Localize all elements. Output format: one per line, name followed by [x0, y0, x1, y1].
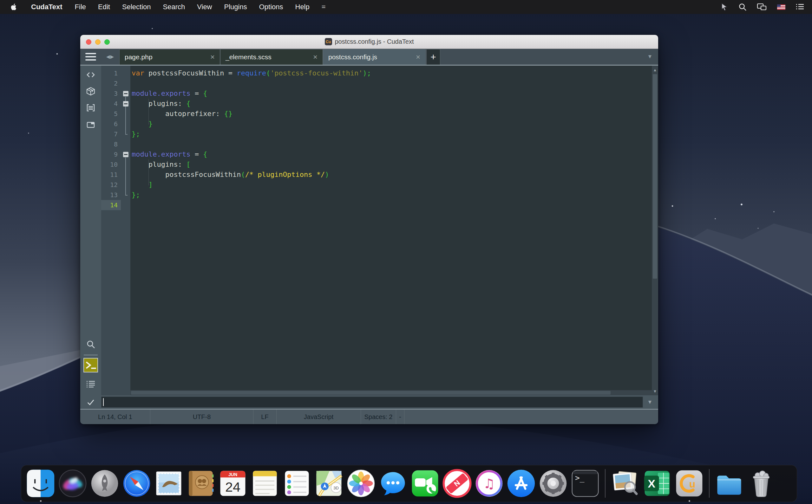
statusbar-line-endings[interactable]: LF	[253, 410, 276, 424]
new-tab-button[interactable]: +	[426, 49, 440, 65]
scroll-up-arrow-icon[interactable]: ▲	[652, 66, 658, 74]
fold-collapse-icon[interactable]	[123, 91, 128, 96]
menu-item-plugins[interactable]: Plugins	[218, 0, 253, 14]
pointer-icon[interactable]	[720, 3, 728, 11]
code-line-5[interactable]: 5 autoprefixer: {}	[101, 109, 652, 119]
apple-menu-icon[interactable]	[8, 3, 20, 11]
zoom-window-button[interactable]	[104, 39, 110, 45]
dock-icon-appstore[interactable]	[506, 468, 536, 498]
dock-icon-downloads[interactable]	[714, 468, 744, 498]
tab-label: postcss.config.js	[328, 53, 377, 61]
code-line-7[interactable]: 7};	[101, 129, 652, 139]
tab-close-icon[interactable]: ×	[313, 53, 317, 61]
statusbar-encoding[interactable]: UTF-8	[150, 410, 253, 424]
menu-item-edit[interactable]: Edit	[92, 0, 116, 14]
code-line-12[interactable]: 12 ]	[101, 180, 652, 190]
dock-icon-finder[interactable]	[26, 468, 55, 498]
console-history-dropdown-icon[interactable]: ▼	[643, 399, 657, 405]
dock-icon-itunes[interactable]: ♫	[474, 468, 504, 498]
code-line-2[interactable]: 2	[101, 78, 652, 88]
dock-icon-safari[interactable]	[122, 468, 152, 498]
vertical-scrollbar[interactable]: ▲ ▼	[652, 66, 658, 395]
fold-collapse-icon[interactable]	[123, 101, 128, 107]
code-line-13[interactable]: 13};	[101, 190, 652, 200]
fold-gutter[interactable]	[121, 152, 130, 157]
statusbar-lexer[interactable]: JavaScript	[276, 410, 361, 424]
list-menu-icon[interactable]	[796, 3, 804, 11]
code-line-8[interactable]: 8	[101, 139, 652, 149]
displays-icon[interactable]	[757, 3, 767, 11]
search-panel-icon[interactable]	[86, 339, 95, 349]
fold-gutter[interactable]	[121, 91, 130, 96]
code-line-1[interactable]: 1var postcssFocusWithin = require('postc…	[101, 68, 652, 78]
code-line-4[interactable]: 4 plugins: {	[101, 99, 652, 109]
dock-icon-launchpad[interactable]	[90, 468, 120, 498]
statusbar-extra[interactable]: -	[396, 410, 404, 424]
dock-icon-preview[interactable]	[610, 468, 640, 498]
dock-icon-terminal[interactable]: >_	[570, 468, 600, 498]
scroll-down-arrow-icon[interactable]: ▼	[652, 387, 658, 395]
svg-text:X: X	[648, 477, 655, 490]
fold-gutter[interactable]	[121, 101, 130, 107]
main-menu-hamburger-icon[interactable]	[80, 49, 101, 65]
menu-item-[interactable]: =	[315, 0, 332, 14]
tab-scroll-arrows-icon[interactable]: ◀▶	[101, 49, 119, 65]
snippets-list-icon[interactable]	[86, 103, 95, 113]
code-tree-icon[interactable]	[86, 70, 95, 80]
scrollbar-thumb[interactable]	[653, 74, 657, 279]
dock-icon-news[interactable]: N	[442, 468, 472, 498]
code-line-9[interactable]: 9module.exports = {	[101, 149, 652, 159]
dock-icon-mail[interactable]	[154, 468, 184, 498]
code-editor[interactable]: 1var postcssFocusWithin = require('postc…	[101, 66, 652, 395]
code-line-11[interactable]: 11 postcssFocusWithin(/* pluginOptions *…	[101, 170, 652, 180]
dock-icon-notes[interactable]	[250, 468, 280, 498]
dock-icon-contacts[interactable]	[186, 468, 216, 498]
statusbar-tab-size[interactable]: Spaces: 2	[361, 410, 396, 424]
fold-collapse-icon[interactable]	[123, 152, 128, 157]
menu-item-file[interactable]: File	[69, 0, 92, 14]
dock-icon-trash[interactable]	[746, 468, 776, 498]
dock-icon-facetime[interactable]	[410, 468, 440, 498]
code-line-6[interactable]: 6 }	[101, 119, 652, 129]
code-line-10[interactable]: 10 plugins: [	[101, 159, 652, 170]
minimize-window-button[interactable]	[95, 39, 101, 45]
console-ok-icon[interactable]	[80, 398, 101, 407]
statusbar-caret-position[interactable]: Ln 14, Col 1	[80, 410, 150, 424]
dock-icon-siri[interactable]	[58, 468, 88, 498]
tab-_elements.scss[interactable]: _elements.scss×	[220, 49, 323, 65]
menu-item-help[interactable]: Help	[289, 0, 315, 14]
output-list-icon[interactable]	[86, 379, 95, 389]
dock-icon-sysprefs[interactable]	[538, 468, 568, 498]
spotlight-search-icon[interactable]	[738, 3, 747, 11]
tab-label: _elements.scss	[225, 53, 271, 61]
menu-item-view[interactable]: View	[191, 0, 218, 14]
console-input[interactable]	[101, 397, 643, 408]
menu-item-selection[interactable]: Selection	[116, 0, 157, 14]
menu-item-options[interactable]: Options	[253, 0, 289, 14]
dock-icon-photos[interactable]	[346, 468, 376, 498]
package-icon[interactable]	[86, 87, 95, 96]
menu-item-search[interactable]: Search	[157, 0, 191, 14]
dock-icon-maps[interactable]: 3D	[314, 468, 344, 498]
dock-icon-cudatext[interactable]: u	[674, 468, 704, 498]
tabs-panel-icon[interactable]	[86, 120, 95, 130]
dock-icon-reminders[interactable]	[282, 468, 312, 498]
console-panel-icon[interactable]	[83, 358, 98, 372]
dock-icon-excel[interactable]: X	[642, 468, 672, 498]
code-line-14[interactable]: 14	[101, 200, 652, 210]
tab-list-dropdown-icon[interactable]: ▼	[642, 49, 658, 65]
running-indicator-dot	[689, 500, 690, 502]
menu-app-name[interactable]: CudaText	[25, 3, 69, 11]
code-text: autoprefixer: {}	[130, 109, 232, 119]
close-window-button[interactable]	[86, 39, 91, 45]
tab-close-icon[interactable]: ×	[416, 53, 420, 61]
tab-close-icon[interactable]: ×	[210, 53, 215, 61]
horizontal-scrollbar[interactable]	[130, 390, 652, 395]
dock-icon-calendar[interactable]: JUN24	[218, 468, 248, 498]
window-titlebar[interactable]: Cu postcss.config.js - CudaText	[80, 35, 658, 49]
tab-page.php[interactable]: page.php×	[119, 49, 220, 65]
dock-icon-messages[interactable]	[378, 468, 408, 498]
us-flag-input-icon[interactable]	[777, 4, 785, 10]
code-line-3[interactable]: 3module.exports = {	[101, 88, 652, 99]
tab-postcss.config.js[interactable]: postcss.config.js×	[323, 49, 426, 65]
